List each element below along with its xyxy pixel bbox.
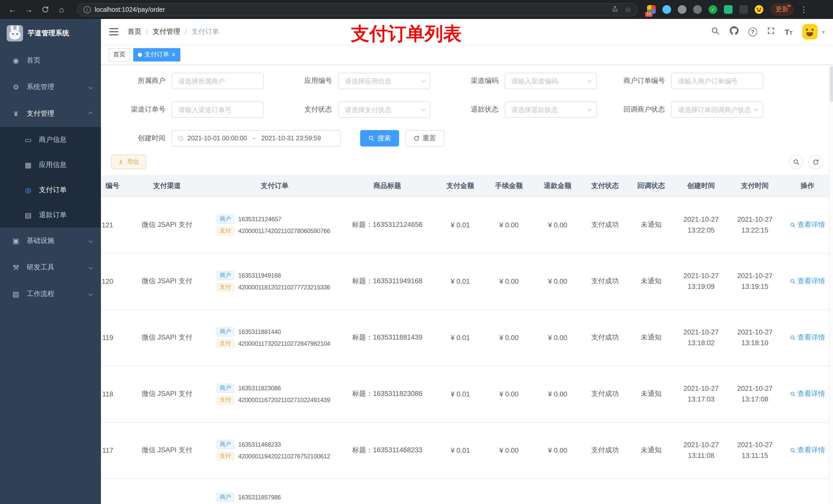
filter-merchant-order-no: 商户订单编号 [611,73,777,89]
date-start[interactable]: 2021-10-01 00:00:00 [188,135,247,142]
merchant-order-no-input[interactable] [671,73,763,89]
sidebar-collapse-icon[interactable] [109,28,118,35]
scrollbar-thumb[interactable] [830,66,833,102]
sidebar-item-merchant-info[interactable]: ▭ 商户信息 [0,127,101,152]
card-icon: ▭ [23,136,34,144]
cell-created: 2021-10-2713:22:05 [674,197,728,253]
col-channel: 支付渠道 [123,175,211,197]
browser-menu-icon[interactable]: ⋮ [796,2,811,17]
sidebar-item-system[interactable]: ⚙ 系统管理 [0,74,101,100]
view-detail-link[interactable]: 查看详情 [790,389,825,399]
extension-icon[interactable] [693,5,702,14]
refresh-table-button[interactable] [808,155,823,169]
app-select[interactable] [338,73,430,89]
filter-create-time: 创建时间 2021-10-01 00:00:00 - 2021-10-31 23… [111,130,341,146]
pay-status-select[interactable] [338,101,430,118]
chat-extension-icon[interactable] [724,5,733,14]
toggle-search-button[interactable] [789,155,803,169]
cell-paid: 2021-10-2713:22:15 [728,197,782,253]
close-icon[interactable]: × [172,51,175,58]
forward-icon[interactable]: → [22,2,36,17]
search-icon [368,135,375,141]
breadcrumb-payment[interactable]: 支付管理 [153,27,180,37]
sidebar-item-home[interactable]: ◉ 首页 [0,47,101,74]
sidebar-item-app-info[interactable]: ▦ 应用信息 [0,152,101,177]
channel-order-no-input[interactable] [172,101,264,118]
view-detail-link[interactable]: 查看详情 [790,277,825,286]
cell-paid: 2021-10-2713:18:10 [728,309,782,366]
extensions-icon[interactable]: 10 [647,5,656,14]
check-extension-icon[interactable]: ✓ [709,5,717,14]
table-row: 117 微信 JSAPI 支付 商户1635311468233 支付420000… [101,422,833,478]
sidebar-item-label: 应用信息 [39,160,67,169]
view-detail-link[interactable]: 查看详情 [790,220,825,230]
fullscreen-icon[interactable] [767,27,775,37]
home-icon[interactable]: ⌂ [54,2,69,17]
merchant-tag: 商户 [217,271,234,280]
drop-extension-icon[interactable] [662,5,671,14]
sidebar-item-label: 系统管理 [27,82,54,92]
merchant-select-input[interactable] [172,73,264,89]
site-info-icon[interactable]: i [84,6,91,13]
avatar[interactable] [802,24,818,40]
export-button[interactable]: 导出 [111,155,146,169]
address-bar[interactable]: i localhost:1024/pay/order ☆ [77,3,638,16]
cell-amount: ¥ 0.01 [436,309,485,366]
pay-tag: 支付 [217,283,234,292]
sidebar-item-payment[interactable]: ¥ 支付管理 [0,100,101,127]
chevron-up-icon [89,112,93,116]
search-icon [790,279,795,284]
sidebar-item-pay-order[interactable]: ◎ 支付订单 [0,177,101,202]
col-id: 编号 [101,175,123,197]
font-size-icon[interactable]: TT [785,27,792,36]
sidebar-item-label: 研发工具 [27,263,54,272]
help-icon[interactable]: ? [748,27,757,36]
date-end[interactable]: 2021-10-31 23:59:59 [262,135,321,142]
github-icon[interactable] [729,26,738,38]
vertical-scrollbar[interactable] [829,65,833,504]
tab-pay-order[interactable]: 支付订单 × [133,48,180,61]
cell-amount: ¥ 0.01 [436,253,485,309]
col-actions: 操作 [782,175,833,197]
col-paid: 支付时间 [728,175,782,197]
sidebar-item-workflow[interactable]: ▧ 工作流程 [0,281,101,307]
reset-button[interactable]: 重置 [405,130,444,146]
gear-icon: ⚙ [10,83,22,91]
view-detail-link[interactable]: 查看详情 [790,446,825,455]
filter-refund-status: 退款状态 [444,101,611,118]
pin-extension-icon[interactable] [739,5,748,14]
sidebar-item-refund-order[interactable]: ▤ 退款订单 [0,202,101,227]
notify-status-select[interactable] [671,101,763,118]
cell-pay-order: 商户1635312124657 支付4200001174202110278060… [211,197,339,253]
extension-icon[interactable] [678,5,687,14]
update-button[interactable]: 更新 [770,3,793,16]
view-detail-link[interactable]: 查看详情 [790,333,825,342]
search-icon[interactable] [711,26,719,37]
breadcrumb-home[interactable]: 首页 [127,27,141,37]
cell-channel: 微信 JSAPI 支付 [123,366,211,422]
date-range-input[interactable]: 2021-10-01 00:00:00 - 2021-10-31 23:59:5… [172,130,341,146]
chevron-down-icon [89,292,93,296]
avatar-caret-icon[interactable]: ▾ [822,29,825,34]
reload-icon[interactable] [38,2,52,17]
tags-view-bar: 首页 支付订单 × [101,45,833,65]
tab-home[interactable]: 首页 [109,48,130,61]
share-icon[interactable] [612,5,619,14]
url-text[interactable]: localhost:1024/pay/order [95,6,612,13]
emoji-extension-icon[interactable] [755,5,763,14]
pay-tag: 支付 [217,395,234,404]
col-pay-order: 支付订单 [211,175,339,197]
app-logo[interactable]: 芋道管理系统 [0,19,101,47]
col-fee: 手续金额 [485,175,533,197]
sidebar-item-infrastructure[interactable]: ▣ 基础设施 [0,227,101,254]
channel-code-select[interactable] [505,73,597,89]
bookmark-star-icon[interactable]: ☆ [625,5,631,14]
cell-id: 119 [101,309,123,366]
search-button[interactable]: 搜索 [360,130,399,146]
refund-status-select[interactable] [505,101,597,118]
cell-status: 支付成功 [582,366,628,422]
refresh-icon [812,159,819,165]
cell-title: 标题：1635311468233 [339,422,436,478]
back-icon[interactable]: ← [5,2,20,17]
sidebar-item-dev-tools[interactable]: ⚒ 研发工具 [0,254,101,281]
